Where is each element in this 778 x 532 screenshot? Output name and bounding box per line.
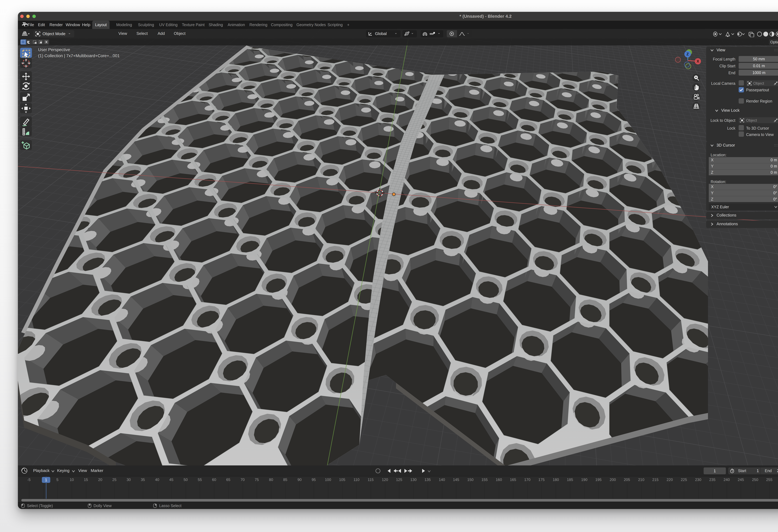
svg-text:Z: Z <box>687 52 689 56</box>
